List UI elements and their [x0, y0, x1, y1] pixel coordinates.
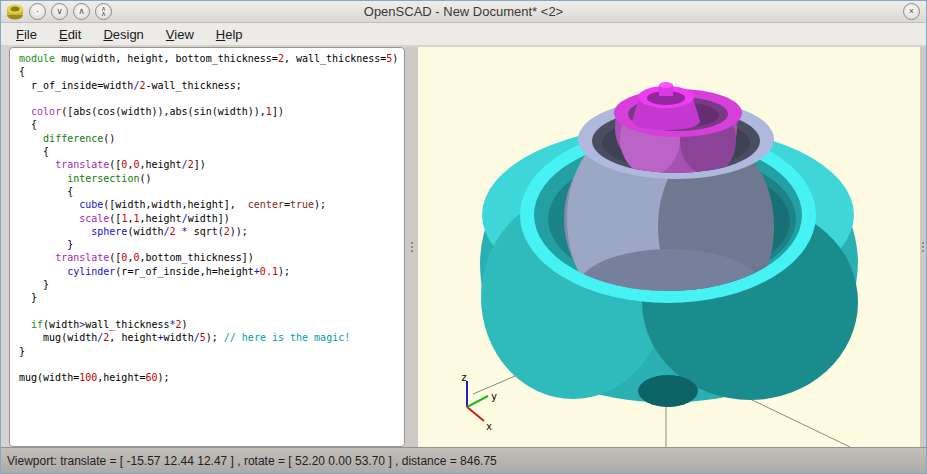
code-line[interactable]: { [19, 118, 404, 131]
code-editor[interactable]: module mug(width, height, bottom_thickne… [9, 47, 405, 447]
window-close-button[interactable]: × [903, 3, 920, 20]
menubar: FileEditDesignViewHelp [1, 23, 926, 45]
code-line[interactable]: intersection() [19, 172, 404, 185]
main-content: module mug(width, height, bottom_thickne… [1, 45, 926, 447]
code-line[interactable] [19, 358, 404, 371]
code-line[interactable]: cube([width,width,height], center=true); [19, 198, 404, 211]
code-area[interactable]: module mug(width, height, bottom_thickne… [19, 52, 404, 384]
3d-scene[interactable]: z y x [418, 47, 920, 447]
code-line[interactable] [19, 305, 404, 318]
right-splitter-grip-icon [922, 242, 924, 252]
code-line[interactable]: difference() [19, 132, 404, 145]
code-line[interactable]: mug(width=100,height=60); [19, 371, 404, 384]
openscad-window: OpenSCAD - New Document* <2> · ∨ ∧ ∧ ∧ ×… [0, 0, 927, 474]
code-line[interactable]: { [19, 65, 404, 78]
x-axis-label: x [486, 421, 492, 432]
code-line[interactable]: r_of_inside=width/2-wall_thickness; [19, 79, 404, 92]
splitter-grip-icon [411, 242, 413, 252]
code-line[interactable]: module mug(width, height, bottom_thickne… [19, 52, 404, 65]
code-line[interactable]: } [19, 345, 404, 358]
menu-item-design[interactable]: Design [92, 25, 154, 44]
menu-item-help[interactable]: Help [205, 25, 254, 44]
3d-viewport[interactable]: z y x [418, 47, 920, 447]
openscad-app-icon [6, 4, 24, 20]
menu-item-file[interactable]: File [5, 25, 48, 44]
code-line[interactable]: scale([1,1,height/width]) [19, 212, 404, 225]
menu-item-view[interactable]: View [155, 25, 205, 44]
knob-inner-cap [659, 82, 673, 88]
code-line[interactable] [19, 92, 404, 105]
code-line[interactable]: mug(width/2, height+width/5); // here is… [19, 331, 404, 344]
left-gutter [1, 47, 9, 447]
titlebar[interactable]: OpenSCAD - New Document* <2> · ∨ ∧ ∧ ∧ × [1, 1, 926, 23]
code-line[interactable]: { [19, 145, 404, 158]
close-icon: × [909, 7, 914, 16]
statusbar: Viewport: translate = [ -15.57 12.44 12.… [1, 447, 926, 473]
y-axis-label: y [491, 391, 497, 402]
code-line[interactable]: if(width>wall_thickness*2) [19, 318, 404, 331]
window-maximize-button[interactable]: ∧ [73, 3, 90, 20]
chevron-down-icon: ∨ [56, 7, 63, 16]
code-line[interactable]: sphere(width/2 * sqrt(2)); [19, 225, 404, 238]
menu-item-edit[interactable]: Edit [48, 25, 92, 44]
code-line[interactable]: { [19, 185, 404, 198]
double-chevron-up-icon: ∧ ∧ [101, 7, 106, 16]
code-line[interactable]: } [19, 238, 404, 251]
code-line[interactable]: cylinder(r=r_of_inside,h=height+0.1); [19, 265, 404, 278]
window-shade-button[interactable]: ∧ ∧ [95, 3, 112, 20]
code-line[interactable]: } [19, 278, 404, 291]
window-sticky-button[interactable]: · [29, 3, 46, 20]
window-title: OpenSCAD - New Document* <2> [1, 1, 926, 23]
z-axis-label: z [461, 372, 467, 383]
code-line[interactable]: translate([0,0,bottom_thickness]) [19, 251, 404, 264]
pane-splitter[interactable] [405, 47, 418, 447]
code-line[interactable]: translate([0,0,height/2]) [19, 158, 404, 171]
right-edge-splitter[interactable] [920, 47, 926, 447]
dot-icon: · [36, 7, 39, 16]
chevron-up-icon: ∧ [78, 7, 85, 16]
code-line[interactable]: color([abs(cos(width)),abs(sin(width)),1… [19, 105, 404, 118]
code-line[interactable]: } [19, 291, 404, 304]
outer-mug-lobe-notch [638, 375, 698, 407]
window-minimize-button[interactable]: ∨ [51, 3, 68, 20]
viewport-status-text: Viewport: translate = [ -15.57 12.44 12.… [7, 454, 497, 468]
